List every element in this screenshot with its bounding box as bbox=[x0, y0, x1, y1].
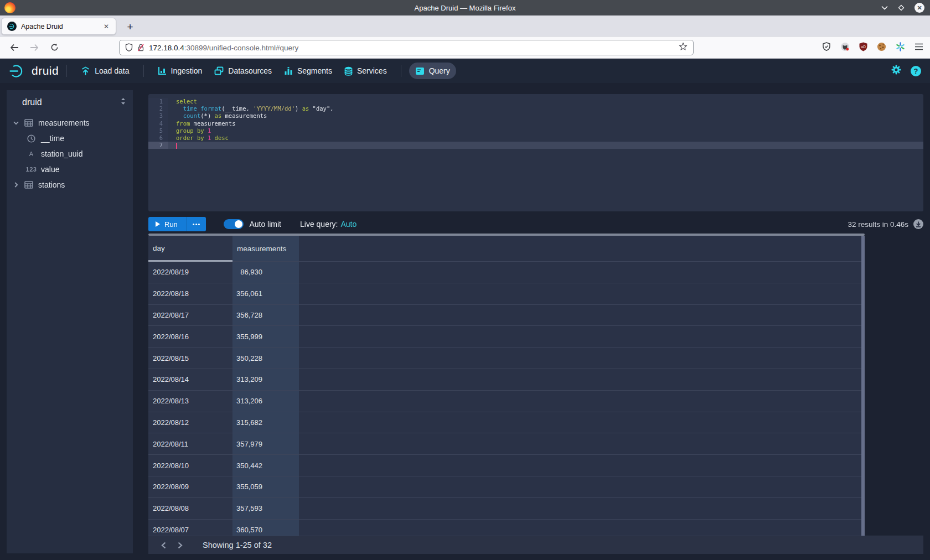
day-cell[interactable]: 2022/08/19 bbox=[148, 262, 232, 283]
reload-button[interactable] bbox=[46, 40, 62, 55]
code-line-7[interactable]: 7 bbox=[148, 142, 923, 149]
tab-close-icon[interactable]: ✕ bbox=[101, 22, 111, 32]
tree-item-station-uuid[interactable]: A station_uuid bbox=[7, 146, 133, 162]
previous-page-button[interactable] bbox=[155, 536, 172, 554]
tree-item-value[interactable]: 123 value bbox=[7, 162, 133, 177]
run-button[interactable]: Run bbox=[148, 217, 187, 231]
line-number: 5 bbox=[148, 127, 168, 134]
nav-item-segments[interactable]: Segments bbox=[278, 63, 338, 79]
bookmark-star-icon[interactable] bbox=[679, 42, 688, 53]
measurements-cell[interactable]: 350,228 bbox=[232, 348, 299, 369]
tracking-shield-icon[interactable] bbox=[125, 43, 133, 52]
measurements-cell[interactable]: 357,979 bbox=[232, 433, 299, 455]
measurements-cell[interactable]: 86,930 bbox=[232, 262, 299, 283]
next-page-button[interactable] bbox=[172, 536, 188, 554]
chevron-down-icon[interactable] bbox=[12, 121, 20, 125]
firefox-logo-icon bbox=[4, 2, 16, 13]
code-line-4[interactable]: 4from measurements bbox=[148, 120, 923, 127]
day-cell[interactable]: 2022/08/10 bbox=[148, 455, 232, 476]
sql-editor[interactable]: 1select2 time_format(__time, 'YYYY/MM/dd… bbox=[148, 94, 923, 211]
measurements-value: 357,593 bbox=[236, 504, 262, 512]
measurements-cell[interactable]: 355,059 bbox=[232, 476, 299, 498]
tab-apache-druid[interactable]: Apache Druid ✕ bbox=[1, 18, 116, 35]
measurements-value: 356,728 bbox=[236, 311, 262, 319]
measurements-cell[interactable]: 313,209 bbox=[232, 369, 299, 391]
divider bbox=[66, 65, 67, 77]
measurements-cell[interactable]: 313,206 bbox=[232, 391, 299, 412]
insecure-lock-icon[interactable] bbox=[137, 43, 144, 52]
tree-item-time[interactable]: __time bbox=[7, 131, 133, 146]
code-line-1[interactable]: 1select bbox=[148, 98, 923, 105]
nav-item-services[interactable]: Services bbox=[338, 63, 393, 80]
settings-gear-icon[interactable] bbox=[891, 64, 902, 77]
code-line-5[interactable]: 5group by 1 bbox=[148, 127, 923, 134]
day-cell[interactable]: 2022/08/08 bbox=[148, 498, 232, 520]
day-cell[interactable]: 2022/08/15 bbox=[148, 348, 232, 369]
nav-item-query[interactable]: Query bbox=[409, 63, 456, 79]
download-icon[interactable] bbox=[913, 219, 923, 229]
extension-asterisk-icon[interactable] bbox=[896, 42, 905, 54]
code-line-3[interactable]: 3 count(*) as measurements bbox=[148, 112, 923, 120]
measurements-cell[interactable]: 357,593 bbox=[232, 498, 299, 520]
menu-hamburger-icon[interactable] bbox=[914, 43, 923, 53]
auto-limit-toggle[interactable] bbox=[224, 219, 244, 229]
druid-brand[interactable]: druid bbox=[9, 64, 59, 79]
live-query-value[interactable]: Auto bbox=[340, 220, 356, 229]
tree-item-measurements[interactable]: measurements bbox=[7, 115, 133, 131]
apache-druid-console: Apache Druid — Mozilla Firefox ✕ Apache … bbox=[0, 0, 930, 560]
row-filler bbox=[299, 391, 865, 412]
measurements-cell[interactable]: 355,999 bbox=[232, 326, 299, 348]
extension-mask-icon[interactable] bbox=[840, 42, 850, 54]
day-cell[interactable]: 2022/08/14 bbox=[148, 369, 232, 391]
day-cell[interactable]: 2022/08/16 bbox=[148, 326, 232, 348]
url-text[interactable]: 172.18.0.4:30899/unified-console.html#qu… bbox=[149, 44, 679, 52]
query-panel: 1select2 time_format(__time, 'YYYY/MM/dd… bbox=[148, 94, 923, 554]
measurements-value: 360,570 bbox=[236, 526, 262, 534]
vertical-scrollbar[interactable] bbox=[861, 236, 865, 536]
back-button[interactable] bbox=[7, 40, 22, 55]
measurements-cell[interactable]: 315,682 bbox=[232, 412, 299, 434]
clock-icon bbox=[26, 134, 37, 143]
day-cell[interactable]: 2022/08/17 bbox=[148, 305, 232, 326]
window-minimize-button[interactable] bbox=[881, 6, 888, 10]
extension-shield-icon[interactable] bbox=[822, 42, 831, 54]
window-maximize-button[interactable] bbox=[898, 4, 905, 11]
day-cell[interactable]: 2022/08/11 bbox=[148, 433, 232, 455]
measurements-value: 315,682 bbox=[236, 418, 262, 427]
day-cell[interactable]: 2022/08/18 bbox=[148, 283, 232, 305]
row-filler bbox=[299, 520, 865, 536]
extension-cookie-icon[interactable] bbox=[877, 42, 886, 54]
row-filler bbox=[299, 498, 865, 520]
help-icon[interactable]: ? bbox=[911, 66, 921, 76]
nav-item-datasources[interactable]: Datasources bbox=[208, 63, 278, 79]
day-cell[interactable]: 2022/08/12 bbox=[148, 412, 232, 434]
measurements-cell[interactable]: 356,061 bbox=[232, 283, 299, 305]
chevron-right-icon[interactable] bbox=[12, 182, 20, 188]
day-cell[interactable]: 2022/08/09 bbox=[148, 476, 232, 498]
url-path: :30899/unified-console.html#query bbox=[184, 44, 298, 52]
forward-button[interactable] bbox=[27, 40, 42, 55]
extension-ublock-icon[interactable]: uO bbox=[859, 42, 867, 54]
nav-item-load-data[interactable]: Load data bbox=[75, 63, 135, 79]
schema-selector[interactable]: druid bbox=[22, 97, 120, 107]
play-icon bbox=[156, 221, 160, 227]
day-cell[interactable]: 2022/08/13 bbox=[148, 391, 232, 412]
code-line-6[interactable]: 6order by 1 desc bbox=[148, 134, 923, 142]
column-header-day[interactable]: day bbox=[148, 236, 232, 262]
measurements-cell[interactable]: 360,570 bbox=[232, 520, 299, 536]
sort-double-caret-icon[interactable] bbox=[120, 97, 126, 107]
window-close-button[interactable]: ✕ bbox=[914, 3, 924, 13]
tree-item-stations[interactable]: stations bbox=[7, 177, 133, 193]
nav-item-ingestion[interactable]: Ingestion bbox=[152, 63, 209, 79]
column-header-measurements[interactable]: measurements bbox=[232, 236, 299, 262]
run-more-button[interactable]: ••• bbox=[187, 217, 206, 231]
measurements-cell[interactable]: 356,728 bbox=[232, 305, 299, 326]
measurements-value: 313,206 bbox=[236, 397, 262, 405]
measurements-cell[interactable]: 350,442 bbox=[232, 455, 299, 476]
code-line-2[interactable]: 2 time_format(__time, 'YYYY/MM/dd') as "… bbox=[148, 105, 923, 112]
table-row: 2022/08/1986,930 bbox=[148, 262, 865, 283]
day-cell[interactable]: 2022/08/07 bbox=[148, 520, 232, 536]
auto-limit-label: Auto limit bbox=[249, 220, 281, 229]
new-tab-button[interactable]: + bbox=[123, 20, 137, 34]
url-bar[interactable]: 172.18.0.4:30899/unified-console.html#qu… bbox=[119, 40, 694, 55]
